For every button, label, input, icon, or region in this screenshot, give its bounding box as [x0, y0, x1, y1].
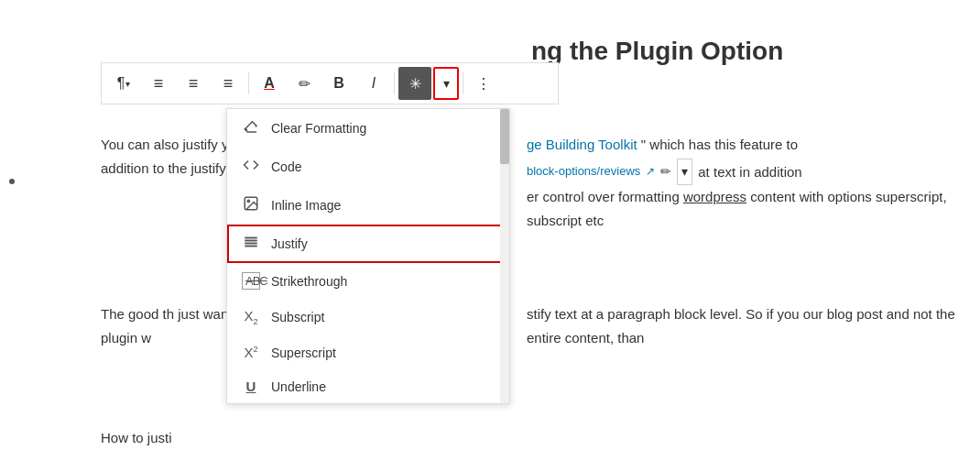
highlight-button[interactable]: ✏ [288, 67, 321, 100]
left-content-3: How to justi [101, 426, 311, 450]
align-right-icon: ≡ [223, 74, 234, 93]
italic-icon: I [372, 75, 376, 92]
wordpress-link: wordpress [683, 189, 746, 204]
block-options-link[interactable]: block-options/reviews [527, 161, 640, 181]
code-icon [242, 157, 260, 177]
paragraph-dropdown-icon: ▾ [125, 79, 130, 89]
dropdown-menu: Clear Formatting Code Inline Image [226, 108, 510, 404]
strikethrough-label: Strikethrough [271, 274, 347, 289]
plugin-button[interactable]: ✳ [398, 67, 431, 100]
scrollbar-thumb[interactable] [500, 109, 509, 164]
clear-formatting-label: Clear Formatting [271, 121, 366, 136]
scrollbar[interactable] [500, 109, 509, 403]
right-para-1: ge Building Toolkit " which has this fea… [527, 133, 966, 157]
heading-partial: ng the Plugin Option [531, 37, 783, 66]
font-color-icon: A [264, 75, 275, 92]
expand-icon[interactable]: ▾ [677, 159, 692, 186]
dropdown-item-underline[interactable]: U Underline [227, 369, 509, 403]
right-para-2: stify text at a paragraph block level. S… [527, 302, 966, 349]
dropdown-item-inline-image[interactable]: Inline Image [227, 186, 509, 225]
toolbar: ¶ ▾ ≡ ≡ ≡ A ✏ B I [101, 62, 559, 104]
divider-2 [394, 72, 395, 94]
svg-point-1 [247, 200, 249, 202]
dropdown-item-superscript[interactable]: X2 Superscript [227, 335, 509, 369]
side-dot [9, 179, 15, 184]
toolbar-container: ¶ ▾ ≡ ≡ ≡ A ✏ B I [101, 62, 559, 104]
right-para-1-rest: er control over formatting wordpress con… [527, 185, 966, 232]
subscript-label: Subscript [271, 310, 324, 324]
right-content-2: stify text at a paragraph block level. S… [527, 302, 966, 349]
bold-icon: B [333, 75, 344, 92]
align-left-icon: ≡ [154, 74, 164, 93]
dropdown-item-code[interactable]: Code [227, 148, 509, 186]
dropdown-item-justify[interactable]: Justify [227, 225, 509, 263]
justify-label: Justify [271, 236, 308, 251]
inline-image-label: Inline Image [271, 198, 341, 213]
right-content-1: ge Building Toolkit " which has this fea… [527, 133, 966, 232]
align-right-button[interactable]: ≡ [212, 67, 245, 100]
underline-icon: U [242, 379, 260, 394]
font-color-button[interactable]: A [253, 67, 286, 100]
more-options-dropdown-button[interactable]: ▾ [433, 67, 459, 100]
more-options-button[interactable]: ⋮ [467, 67, 500, 100]
strikethrough-icon: ABC [242, 272, 260, 290]
superscript-icon: X2 [242, 345, 260, 360]
align-center-button[interactable]: ≡ [177, 67, 210, 100]
edit-icon[interactable]: ✏ [660, 161, 671, 183]
align-center-icon: ≡ [189, 74, 199, 93]
paragraph-icon: ¶ [117, 75, 125, 92]
code-label: Code [271, 159, 301, 174]
italic-button[interactable]: I [357, 67, 390, 100]
left-para-3: How to justi [101, 426, 311, 450]
external-link-icon: ↗ [646, 162, 655, 181]
bold-button[interactable]: B [322, 67, 355, 100]
dropdown-item-strikethrough[interactable]: ABC Strikethrough [227, 263, 509, 299]
chevron-down-icon: ▾ [443, 76, 450, 91]
dropdown-item-clear-formatting[interactable]: Clear Formatting [227, 109, 509, 148]
paragraph-button[interactable]: ¶ ▾ [107, 67, 140, 100]
more-options-icon: ⋮ [476, 75, 491, 93]
justify-icon [242, 234, 260, 254]
divider-1 [248, 72, 249, 94]
align-left-button[interactable]: ≡ [142, 67, 175, 100]
underline-label: Underline [271, 379, 326, 394]
superscript-label: Superscript [271, 346, 336, 360]
toolkit-link[interactable]: ge Building Toolkit [527, 137, 637, 152]
subscript-icon: X2 [242, 308, 260, 326]
dropdown-item-subscript[interactable]: X2 Subscript [227, 299, 509, 335]
image-icon [242, 195, 260, 215]
divider-3 [463, 72, 463, 94]
eraser-icon [242, 118, 260, 138]
highlight-icon: ✏ [299, 75, 310, 93]
plugin-icon: ✳ [409, 75, 421, 93]
right-para-inline: at text in addition [698, 160, 801, 184]
